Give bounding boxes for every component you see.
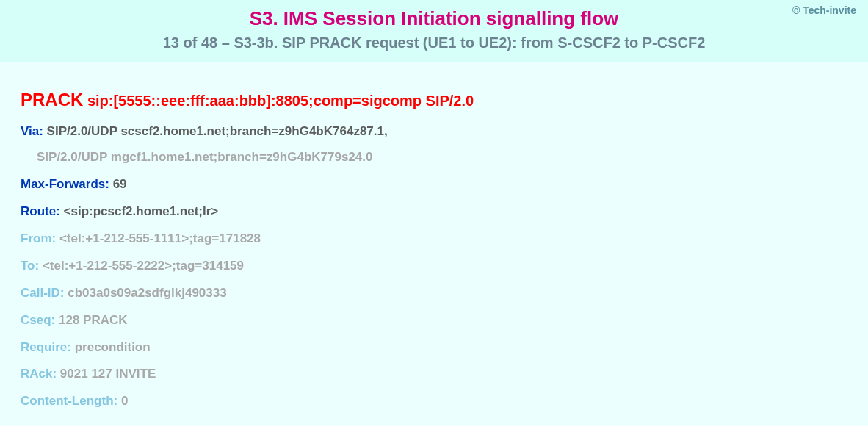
message-body: PRACK sip:[5555::eee:fff:aaa:bbb]:8805;c…: [0, 62, 868, 426]
header-name: RAck:: [21, 367, 57, 381]
header-value: SIP/2.0/UDP scscf2.home1.net;branch=z9hG…: [47, 124, 388, 138]
header-name: From:: [21, 231, 56, 245]
header-name: Require:: [21, 340, 71, 354]
header-value: 69: [113, 177, 127, 191]
sip-request-line: PRACK sip:[5555::eee:fff:aaa:bbb]:8805;c…: [21, 90, 847, 110]
header-name: Content-Length:: [21, 394, 117, 408]
header-value: 9021 127 INVITE: [60, 367, 156, 381]
header-value: cb03a0s09a2sdfglkj490333: [68, 286, 226, 300]
header-name: Via:: [21, 124, 43, 138]
page-title: S3. IMS Session Initiation signalling fl…: [15, 7, 853, 30]
header-band: © Tech-invite S3. IMS Session Initiation…: [0, 0, 868, 62]
header-name: Cseq:: [21, 313, 55, 327]
header-content-length: Content-Length: 0: [21, 393, 847, 410]
header-to: To: <tel:+1-212-555-2222>;tag=314159: [21, 258, 847, 275]
header-value: 128 PRACK: [59, 313, 128, 327]
header-call-id: Call-ID: cb03a0s09a2sdfglkj490333: [21, 285, 847, 302]
sip-method: PRACK: [21, 90, 83, 109]
header-name: Max-Forwards:: [21, 177, 109, 191]
header-name: Route:: [21, 204, 60, 218]
header-name: Call-ID:: [21, 286, 65, 300]
header-rack: RAck: 9021 127 INVITE: [21, 366, 847, 383]
header-require: Require: precondition: [21, 339, 847, 356]
header-value: 0: [121, 394, 128, 408]
header-via-continuation: SIP/2.0/UDP mgcf1.home1.net;branch=z9hG4…: [37, 149, 847, 166]
header-from: From: <tel:+1-212-555-1111>;tag=171828: [21, 231, 847, 248]
sip-request-uri: sip:[5555::eee:fff:aaa:bbb]:8805;comp=si…: [87, 93, 474, 109]
header-value: <tel:+1-212-555-2222>;tag=314159: [43, 259, 244, 273]
header-value: precondition: [75, 340, 151, 354]
header-max-forwards: Max-Forwards: 69: [21, 176, 847, 193]
header-cseq: Cseq: 128 PRACK: [21, 312, 847, 329]
page-subtitle: 13 of 48 – S3-3b. SIP PRACK request (UE1…: [15, 35, 853, 51]
copyright-label: © Tech-invite: [792, 4, 856, 16]
header-value: <tel:+1-212-555-1111>;tag=171828: [59, 231, 261, 245]
header-route: Route: <sip:pcscf2.home1.net;lr>: [21, 204, 847, 220]
header-value: <sip:pcscf2.home1.net;lr>: [64, 204, 219, 218]
header-name: To:: [21, 259, 39, 273]
header-via: Via: SIP/2.0/UDP scscf2.home1.net;branch…: [21, 123, 847, 166]
